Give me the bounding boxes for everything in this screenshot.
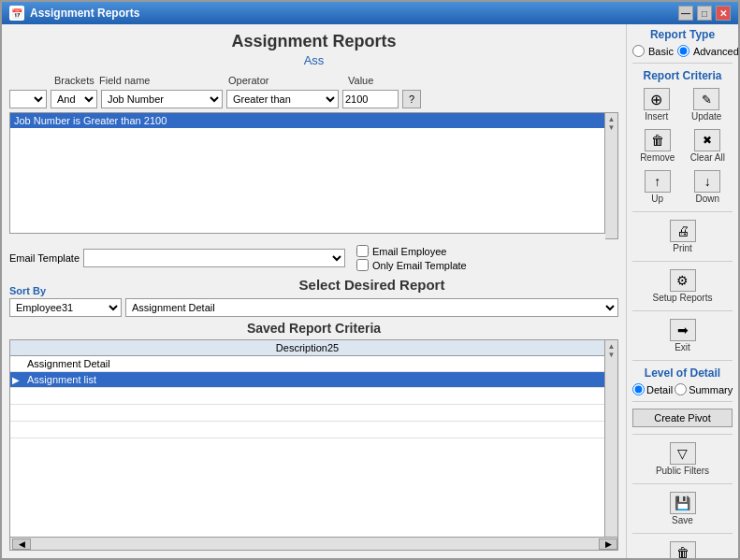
email-employee-checkbox[interactable] [356, 245, 369, 257]
exit-icon: ➡ [670, 319, 696, 341]
setup-reports-label: Setup Reports [653, 293, 713, 303]
up-label: Up [651, 194, 663, 204]
up-button[interactable]: ↑ Up [643, 168, 673, 206]
brackets-select[interactable] [9, 90, 47, 108]
email-employee-item: Email Employee [356, 245, 467, 257]
minimize-button[interactable]: — [678, 6, 693, 21]
saved-criteria-table: Description25 Assignment Detail ▶ Assign… [9, 339, 605, 538]
down-icon: ↓ [694, 170, 720, 193]
window-title: Assignment Reports [30, 7, 673, 20]
table-row-selected[interactable]: ▶ Assignment list [10, 372, 604, 388]
table-row-empty-2[interactable] [10, 405, 604, 422]
setup-reports-icon: ⚙ [670, 269, 696, 292]
only-email-label: Only Email Template [372, 260, 467, 271]
basic-label: Basic [648, 46, 674, 57]
divider-5 [632, 360, 733, 361]
sort-select[interactable]: Employee31 [9, 298, 122, 317]
insert-button[interactable]: ⊕ Insert [642, 86, 672, 123]
divider-1 [632, 63, 733, 64]
save-button[interactable]: 💾 Save [632, 490, 733, 527]
print-button[interactable]: 🖨 Print [632, 218, 733, 255]
table-cell-selected: Assignment list [23, 372, 604, 387]
left-panel: Assignment Reports Ass Brackets Field na… [2, 24, 626, 558]
table-cell: Assignment Detail [23, 356, 604, 371]
clear-all-button[interactable]: ✖ Clear All [689, 127, 727, 165]
report-select[interactable]: Assignment Detail [125, 298, 618, 317]
delete-icon: 🗑 [670, 541, 696, 558]
value-input[interactable] [342, 90, 399, 108]
table-row-empty-1[interactable] [10, 388, 604, 405]
maximize-button[interactable]: □ [697, 6, 712, 21]
window-icon: 📅 [9, 6, 24, 21]
down-button[interactable]: ↓ Down [692, 168, 722, 206]
scroll-left[interactable]: ◀ [12, 538, 31, 550]
email-template-row: Email Template Email Employee Only Email… [9, 245, 618, 271]
remove-button[interactable]: 🗑 Remove [638, 127, 676, 165]
advanced-radio[interactable] [677, 45, 689, 57]
page-subtitle: Ass [9, 53, 618, 67]
divider-4 [632, 310, 733, 311]
remove-icon: 🗑 [645, 129, 671, 151]
report-type-title: Report Type [632, 28, 733, 41]
email-template-label: Email Template [9, 252, 80, 264]
print-icon: 🖨 [670, 220, 696, 242]
update-button[interactable]: ✎ Update [689, 86, 723, 123]
report-criteria-title: Report Criteria [632, 69, 733, 82]
table-header: Description25 [10, 340, 604, 356]
sort-by-label: Sort By [9, 285, 122, 296]
page-title: Assignment Reports [9, 32, 618, 51]
exit-label: Exit [675, 342, 690, 352]
public-filters-label: Public Filters [656, 466, 709, 476]
horizontal-scrollbar[interactable]: ◀ ▶ [9, 538, 618, 551]
basic-radio[interactable] [632, 45, 645, 57]
criteria-item[interactable]: Job Number is Greater than 2100 [10, 113, 604, 128]
and-or-select[interactable]: And Or [51, 90, 97, 108]
criteria-input-row: And Or Job Number Employee Assignment Da… [9, 90, 618, 108]
clear-all-icon: ✖ [694, 129, 720, 151]
operator-label: Operator [228, 75, 344, 86]
insert-icon: ⊕ [644, 88, 670, 110]
title-bar: 📅 Assignment Reports — □ ✕ [2, 2, 738, 24]
setup-reports-button[interactable]: ⚙ Setup Reports [632, 267, 733, 305]
summary-radio[interactable] [675, 383, 687, 395]
divider-9 [632, 533, 733, 534]
update-icon: ✎ [693, 88, 719, 110]
save-label: Save [672, 515, 693, 525]
only-email-item: Only Email Template [356, 259, 467, 271]
divider-6 [632, 401, 733, 402]
divider-2 [632, 211, 733, 212]
close-button[interactable]: ✕ [716, 6, 731, 21]
field-name-select[interactable]: Job Number Employee Assignment Date [101, 90, 223, 108]
checkbox-group: Email Employee Only Email Template [356, 245, 467, 271]
advanced-label: Advanced [693, 46, 738, 57]
operator-select[interactable]: Greater than Less than Equal to Not equa… [226, 90, 339, 108]
delete-button[interactable]: 🗑 Delete [632, 539, 733, 558]
down-label: Down [695, 194, 719, 204]
create-pivot-button[interactable]: Create Pivot [632, 409, 733, 427]
remove-label: Remove [640, 152, 675, 163]
title-bar-controls: — □ ✕ [678, 6, 731, 21]
email-template-select[interactable] [83, 249, 345, 267]
table-row[interactable]: Assignment Detail [10, 356, 604, 372]
main-content: Assignment Reports Ass Brackets Field na… [2, 24, 738, 558]
right-panel: Report Type Basic Advanced Report Criter… [626, 24, 738, 558]
detail-radio[interactable] [632, 383, 645, 395]
only-email-checkbox[interactable] [356, 259, 369, 271]
up-icon: ↑ [645, 170, 671, 193]
public-filters-button[interactable]: ▽ Public Filters [632, 440, 733, 478]
value-label: Value [348, 75, 423, 86]
exit-button[interactable]: ➡ Exit [632, 317, 733, 354]
email-employee-label: Email Employee [372, 246, 446, 257]
brackets-label: Brackets [54, 75, 95, 86]
level-of-detail-radios: Detail Summary [632, 383, 733, 395]
question-button[interactable]: ? [402, 90, 421, 108]
table-row-empty-3[interactable] [10, 422, 604, 438]
clear-all-label: Clear All [690, 152, 725, 163]
remove-clearall-row: 🗑 Remove ✖ Clear All [632, 127, 733, 165]
insert-update-row: ⊕ Insert ✎ Update [632, 86, 733, 123]
scroll-right[interactable]: ▶ [599, 538, 617, 550]
criteria-list: Job Number is Greater than 2100 [9, 112, 605, 234]
saved-criteria-scrollbar[interactable]: ▲▼ [608, 342, 616, 359]
criteria-scrollbar[interactable]: ▲▼ [608, 115, 616, 132]
summary-label: Summary [689, 384, 733, 395]
